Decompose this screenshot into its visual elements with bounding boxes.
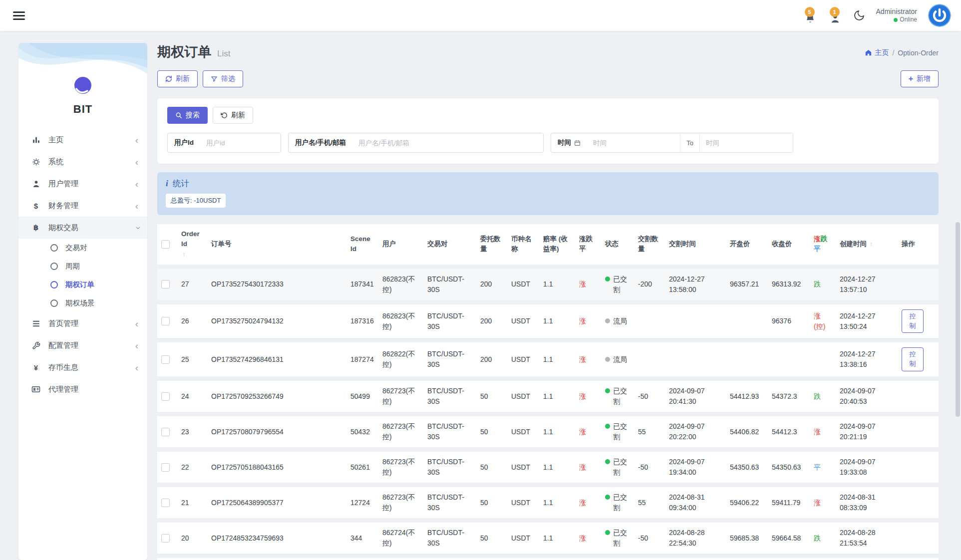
yen-icon: ¥ (30, 363, 41, 372)
sidebar-item-homepage-management[interactable]: 首页管理‹ (18, 312, 147, 334)
reset-button[interactable]: 刷新 (213, 107, 253, 124)
row-checkbox[interactable] (161, 355, 170, 364)
hamburger-menu-icon[interactable] (13, 9, 25, 22)
avatar[interactable] (928, 4, 951, 27)
cell-result: 跌 (810, 269, 836, 304)
control-button[interactable]: 控制 (902, 347, 924, 371)
breadcrumb-home-link[interactable]: 主页 (865, 48, 889, 57)
cell-order-no: OP1724852960657489 (207, 558, 346, 560)
breadcrumb: 主页 / Option-Order (865, 48, 939, 57)
filter-icon (211, 75, 218, 82)
user-id-input[interactable] (200, 133, 281, 152)
table-row: 20 OP1724853234759693 344 862724(不控) BTC… (157, 523, 939, 558)
user-info: Administrator Online (876, 7, 917, 24)
dark-mode-toggle[interactable] (853, 9, 865, 21)
sidebar-item-option-orders[interactable]: 期权订单 (18, 276, 147, 294)
col-created[interactable]: 创建时间 ↑ (836, 224, 898, 269)
cell-side: 涨 (575, 342, 601, 381)
cell-close-price: 59664.58 (768, 523, 810, 558)
cell-side: 涨 (575, 487, 601, 523)
status-dot (605, 495, 610, 500)
row-checkbox[interactable] (161, 534, 170, 543)
chevron-down-icon: ‹ (132, 226, 141, 229)
row-checkbox[interactable] (161, 280, 170, 288)
cell-scene-id: 187341 (346, 269, 378, 304)
sidebar-item-deposit-interest[interactable]: ¥ 存币生息‹ (18, 356, 147, 378)
sidebar-item-user-management[interactable]: 用户管理‹ (18, 173, 147, 195)
cell-created: 2024-12-27 13:57:10 (836, 269, 898, 304)
row-checkbox[interactable] (161, 392, 170, 401)
cell-result (810, 342, 836, 381)
refresh-icon (165, 75, 172, 82)
search-button[interactable]: 搜索 (167, 107, 208, 124)
cell-pair: BTC/USDT-30S (423, 416, 476, 452)
cell-settle-time: 2024-09-07 19:34:00 (665, 452, 726, 487)
cell-coin: USDT (507, 416, 539, 452)
row-checkbox[interactable] (161, 317, 170, 325)
cell-created: 2024-09-07 20:21:19 (836, 416, 898, 452)
time-from-input[interactable] (587, 133, 680, 152)
cell-user: 862823(不控) (378, 269, 423, 304)
cell-order-id: 24 (177, 381, 207, 416)
cell-actions (898, 416, 939, 452)
cell-settle-amount: 55 (634, 416, 665, 452)
orders-table: Order Id↑ 订单号 Scene Id 用户 交易对 委托数量 币种名称 … (157, 224, 939, 560)
row-checkbox[interactable] (161, 428, 170, 436)
sidebar-item-config-management[interactable]: 配置管理‹ (18, 334, 147, 356)
user-notifications[interactable]: 1 (828, 7, 842, 24)
vertical-scrollbar[interactable] (956, 222, 960, 417)
cell-coin: USDT (507, 304, 539, 343)
row-checkbox[interactable] (161, 499, 170, 507)
status-dot (605, 459, 610, 464)
cell-status: 已交割 (601, 416, 634, 452)
cell-close-price (768, 342, 810, 381)
sidebar-item-home[interactable]: 主页‹ (18, 129, 147, 151)
col-order-id[interactable]: Order Id↑ (177, 224, 207, 269)
cell-scene-id: 50261 (346, 452, 378, 487)
cell-pair: BTC/USDT-30S (423, 269, 476, 304)
sidebar-item-system[interactable]: 系统‹ (18, 151, 147, 173)
notifications-bell[interactable]: 5 (803, 7, 817, 24)
dollar-icon: $ (30, 202, 41, 210)
control-button[interactable]: 控制 (902, 309, 924, 333)
cell-settle-time: 2024-09-07 20:22:00 (665, 416, 726, 452)
cell-open-price: 59406.22 (726, 487, 768, 523)
col-side: 涨跌平 (575, 224, 601, 269)
cell-amount: 50 (476, 523, 507, 558)
total-pnl-badge: 总盈亏: -10USDT (166, 194, 226, 208)
cell-result: 涨(控) (810, 304, 836, 343)
cell-order-id: 26 (177, 304, 207, 343)
user-id-label: 用户Id (168, 133, 200, 152)
cell-pair: BTC/USDT-30S (423, 342, 476, 381)
cell-result: 跌 (810, 523, 836, 558)
chevron-left-icon: ‹ (135, 319, 138, 328)
cell-settle-amount: 55 (634, 487, 665, 523)
time-to-input[interactable] (700, 133, 793, 152)
cell-amount: 50 (476, 381, 507, 416)
col-open-price: 开盘价 (726, 224, 768, 269)
cell-user: 862723(不控) (378, 381, 423, 416)
cell-status: 已交割 (601, 269, 634, 304)
cell-coin: USDT (507, 381, 539, 416)
filter-button[interactable]: 筛选 (203, 70, 243, 87)
user-id-filter: 用户Id (167, 133, 281, 153)
cell-open-price: 54406.82 (726, 416, 768, 452)
row-checkbox[interactable] (161, 463, 170, 472)
cell-order-id: 23 (177, 416, 207, 452)
cell-status: 流局 (601, 304, 634, 343)
online-status: Online (900, 16, 917, 24)
cell-side: 涨 (575, 558, 601, 560)
refresh-button[interactable]: 刷新 (157, 70, 198, 87)
user-name-input[interactable] (352, 133, 543, 152)
cell-side: 涨 (575, 416, 601, 452)
select-all-checkbox[interactable] (161, 240, 170, 249)
add-button[interactable]: + 新增 (901, 70, 939, 87)
sidebar-item-period[interactable]: 周期 (18, 257, 147, 276)
sidebar-item-option-scenes[interactable]: 期权场景 (18, 294, 147, 312)
sidebar-item-trading-pairs[interactable]: 交易对 (18, 239, 147, 257)
sidebar-item-option-trading[interactable]: ฿ 期权交易‹ (18, 217, 147, 239)
sidebar-item-agent-management[interactable]: 代理管理 (18, 378, 147, 400)
cell-settle-time: 2024-08-28 22:50:00 (665, 558, 726, 560)
sidebar-item-finance-management[interactable]: $ 财务管理‹ (18, 195, 147, 217)
chevron-left-icon: ‹ (135, 157, 138, 167)
